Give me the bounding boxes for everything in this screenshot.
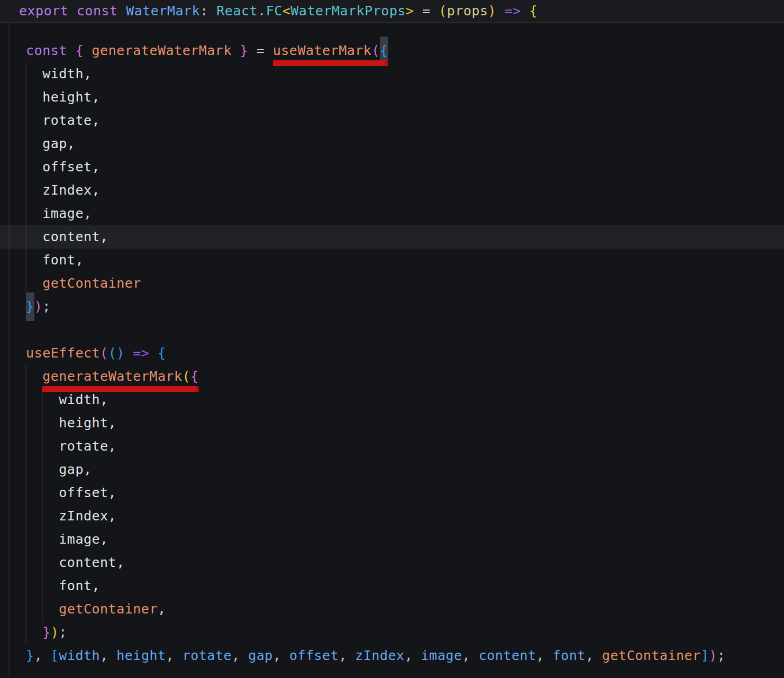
code-token: useEffect <box>26 342 100 365</box>
code-token: zIndex <box>355 644 404 667</box>
code-token: getContainer <box>602 644 701 667</box>
code-line: getContainer <box>10 272 784 295</box>
code-token: . <box>258 0 266 22</box>
code-token: image, <box>10 202 92 225</box>
code-token: gap, <box>10 132 75 155</box>
code-token <box>594 644 602 667</box>
code-token: , <box>339 644 347 667</box>
bracket-match-box: } <box>26 295 34 318</box>
code-token: , <box>232 644 240 667</box>
code-token <box>149 342 158 365</box>
bracket-match-box: { <box>380 39 388 62</box>
code-token: const <box>77 0 118 22</box>
code-token: , <box>34 644 43 667</box>
red-underlined-token: { <box>190 365 199 388</box>
code-token: , <box>586 644 594 667</box>
code-line: zIndex, <box>10 179 784 202</box>
code-token: : <box>200 0 208 22</box>
code-line: useEffect(() => { <box>10 342 784 365</box>
code-token: height <box>116 644 166 667</box>
code-token <box>248 39 257 62</box>
code-line: height, <box>10 86 784 109</box>
code-line: rotate, <box>10 109 784 132</box>
code-token: , <box>166 644 175 667</box>
code-line: content, <box>10 551 784 574</box>
code-token <box>544 644 553 667</box>
code-token: FC <box>266 0 282 22</box>
code-line: generateWaterMark({ <box>10 365 784 388</box>
code-line: const { generateWaterMark } = useWaterMa… <box>10 39 784 62</box>
code-token: , <box>536 644 545 667</box>
code-token: content <box>479 644 536 667</box>
code-token <box>431 0 439 22</box>
code-token <box>84 39 92 62</box>
code-line: offset, <box>10 155 784 179</box>
code-token: gap, <box>10 458 92 481</box>
code-token <box>281 644 289 667</box>
code-token: () <box>108 342 125 365</box>
code-token: content, <box>10 551 125 574</box>
code-token: , <box>100 644 108 667</box>
code-token: rotate, <box>10 109 100 132</box>
code-line: }); <box>10 295 784 318</box>
code-token <box>232 39 240 62</box>
code-token: ) <box>709 644 717 667</box>
code-token <box>240 644 249 667</box>
code-token: ; <box>717 644 726 667</box>
code-line: offset, <box>10 481 784 505</box>
code-token: width, <box>10 62 92 86</box>
code-token <box>68 0 77 22</box>
red-underlined-token: ( <box>183 365 191 388</box>
code-token <box>118 0 126 22</box>
code-line: content, <box>10 225 784 249</box>
code-line: image, <box>10 528 784 551</box>
code-token: offset <box>289 644 339 667</box>
sticky-scroll-header[interactable]: export const WaterMark: React.FC<WaterMa… <box>0 0 784 23</box>
code-token: ( <box>439 0 447 22</box>
code-token: { <box>158 342 166 365</box>
code-token: getContainer <box>42 272 141 295</box>
code-token: WaterMarkProps <box>290 0 406 22</box>
code-token <box>10 39 26 62</box>
code-token <box>414 0 423 22</box>
code-token: rotate, <box>10 435 116 458</box>
code-line: gap, <box>10 132 784 155</box>
code-content[interactable]: const { generateWaterMark } = useWaterMa… <box>10 23 784 667</box>
code-token <box>42 644 51 667</box>
code-token: props <box>447 0 488 22</box>
code-token <box>10 644 26 667</box>
code-token: [ <box>51 644 59 667</box>
red-underlined-token: ( <box>371 39 380 62</box>
code-token: image <box>421 644 462 667</box>
code-token: } <box>26 644 34 667</box>
code-line <box>10 23 784 39</box>
code-token <box>470 644 479 667</box>
code-token: { <box>75 39 84 62</box>
code-token: = <box>257 39 265 62</box>
code-line: height, <box>10 411 784 435</box>
red-underlined-token: useWaterMark <box>273 39 372 62</box>
code-line: image, <box>10 202 784 225</box>
code-token: } <box>42 621 51 644</box>
code-token: , <box>158 598 166 621</box>
code-token: width <box>59 644 100 667</box>
code-token: gap <box>248 644 273 667</box>
code-token <box>125 342 133 365</box>
code-token: offset, <box>10 481 116 505</box>
code-token: > <box>406 0 414 22</box>
red-underlined-token: generateWaterMark <box>42 365 182 388</box>
code-line: font, <box>10 574 784 598</box>
code-token: font <box>553 644 586 667</box>
code-token: React <box>216 0 258 22</box>
code-token <box>174 644 183 667</box>
code-token <box>10 342 26 365</box>
code-token: ) <box>488 0 497 22</box>
code-token: ; <box>42 295 51 318</box>
code-token: rotate <box>183 644 232 667</box>
code-token <box>347 644 355 667</box>
code-token: content, <box>10 225 108 249</box>
code-editor[interactable]: const { generateWaterMark } = useWaterMa… <box>0 0 784 678</box>
code-line: getContainer, <box>10 598 784 621</box>
code-line: font, <box>10 249 784 272</box>
code-token: ] <box>701 644 709 667</box>
